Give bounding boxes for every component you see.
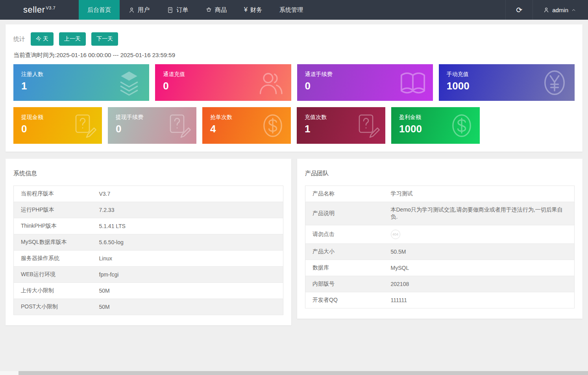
today-button[interactable]: 今 天 [31, 32, 54, 46]
book-icon [399, 69, 427, 97]
badge-404[interactable]: 404 [391, 230, 400, 239]
table-row: 产品说明本Demo只为学习测试交流,请勿要做商业或者用于违法行为,一切后果自负. [305, 202, 575, 225]
nav-item-finance[interactable]: ¥ 财务 [235, 0, 271, 20]
layers-icon [115, 69, 143, 97]
table-row: 开发者QQ111111 [305, 292, 575, 308]
main-menu: 后台首页 用户 订单 商品 ¥ 财务 系统管理 [79, 0, 312, 20]
table-row: 服务器操作系统Linux [14, 251, 283, 267]
table-row: 请勿点击404 [305, 225, 575, 244]
logo-version: V3.7 [46, 6, 55, 10]
yen-icon: ¥ [244, 6, 248, 13]
nav-item-label: 用户 [138, 6, 150, 14]
system-info-panel: 系统信息 当前程序版本V3.7 运行PHP版本7.2.33 ThinkPHP版本… [6, 159, 291, 325]
query-time-text: 当前查询时间为:2025-01-16 00:00:00 --- 2025-01-… [13, 52, 575, 59]
cart-icon [205, 7, 212, 13]
nav-item-label: 系统管理 [279, 6, 303, 14]
stat-card-channel-fee: 通道手续费 0 [297, 64, 433, 101]
table-row: 当前程序版本V3.7 [14, 186, 283, 202]
stat-card-registered-users: 注册人数 1 [13, 64, 149, 101]
admin-menu[interactable]: admin [533, 0, 588, 20]
user-icon [543, 7, 549, 13]
stats-panel: 统计 今 天 上一天 下一天 当前查询时间为:2025-01-16 00:00:… [6, 24, 582, 152]
table-row: 产品名称学习测试 [305, 186, 575, 202]
product-team-panel: 产品团队 产品名称学习测试 产品说明本Demo只为学习测试交流,请勿要做商业或者… [297, 159, 582, 319]
product-team-title: 产品团队 [305, 170, 575, 177]
doc-question-icon [166, 113, 191, 138]
table-row: POST大小限制50M [14, 299, 283, 315]
previous-day-button[interactable]: 上一天 [59, 32, 86, 46]
nav-item-system[interactable]: 系统管理 [271, 0, 312, 20]
nav-item-users[interactable]: 用户 [120, 0, 158, 20]
table-row: MySQL数据库版本5.6.50-log [14, 234, 283, 251]
table-row: 数据库MySQL [305, 260, 575, 276]
user-icon [128, 7, 135, 13]
stat-card-withdraw-amount: 提现金额 0 [13, 107, 102, 144]
top-navbar: sellerV3.7 后台首页 用户 订单 商品 ¥ 财务 系统管理 ⟳ [0, 0, 588, 20]
horizontal-scrollbar[interactable] [0, 371, 588, 375]
table-row: WEB运行环境fpm-fcgi [14, 267, 283, 283]
stat-card-grab-orders: 抢单次数 4 [202, 107, 291, 144]
nav-item-dashboard[interactable]: 后台首页 [79, 0, 120, 20]
nav-item-label: 订单 [176, 6, 188, 14]
refresh-icon: ⟳ [516, 6, 522, 14]
logo-text: seller [23, 5, 45, 15]
admin-username: admin [552, 7, 568, 13]
stat-card-recharge-count: 充值次数 1 [297, 107, 385, 144]
nav-item-label: 商品 [215, 6, 227, 14]
order-icon [167, 7, 174, 13]
stat-card-withdraw-fee: 提现手续费 0 [108, 107, 196, 144]
system-info-title: 系统信息 [13, 170, 283, 177]
chevron-up-icon [571, 7, 576, 13]
stat-card-manual-recharge: 手动充值 1000 [439, 64, 575, 101]
next-day-button[interactable]: 下一天 [91, 32, 118, 46]
table-row: 运行PHP版本7.2.33 [14, 202, 283, 218]
table-row: ThinkPHP版本5.1.41 LTS [14, 218, 283, 234]
dollar-circle-icon [449, 113, 474, 138]
nav-item-goods[interactable]: 商品 [197, 0, 235, 20]
doc-question-icon [355, 113, 380, 138]
dollar-circle-icon [260, 113, 285, 138]
system-info-table: 当前程序版本V3.7 运行PHP版本7.2.33 ThinkPHP版本5.1.4… [13, 186, 283, 315]
stats-section-label: 统计 [13, 35, 25, 43]
table-row: 上传大小限制50M [14, 283, 283, 299]
users-icon [257, 69, 285, 97]
nav-item-orders[interactable]: 订单 [158, 0, 197, 20]
doc-question-icon [71, 113, 96, 138]
table-row: 内部版号202108 [305, 276, 575, 292]
scrollbar-thumb[interactable] [18, 371, 588, 375]
product-team-table: 产品名称学习测试 产品说明本Demo只为学习测试交流,请勿要做商业或者用于违法行… [305, 186, 575, 308]
table-row: 产品大小50.5M [305, 244, 575, 260]
nav-item-label: 后台首页 [87, 6, 111, 14]
nav-item-label: 财务 [250, 6, 262, 14]
refresh-button[interactable]: ⟳ [505, 0, 533, 20]
stat-card-channel-recharge: 通道充值 0 [155, 64, 291, 101]
app-logo[interactable]: sellerV3.7 [0, 0, 79, 20]
yen-circle-icon [541, 69, 568, 97]
stat-card-profit-amount: 盈利金额 1000 [391, 107, 480, 144]
